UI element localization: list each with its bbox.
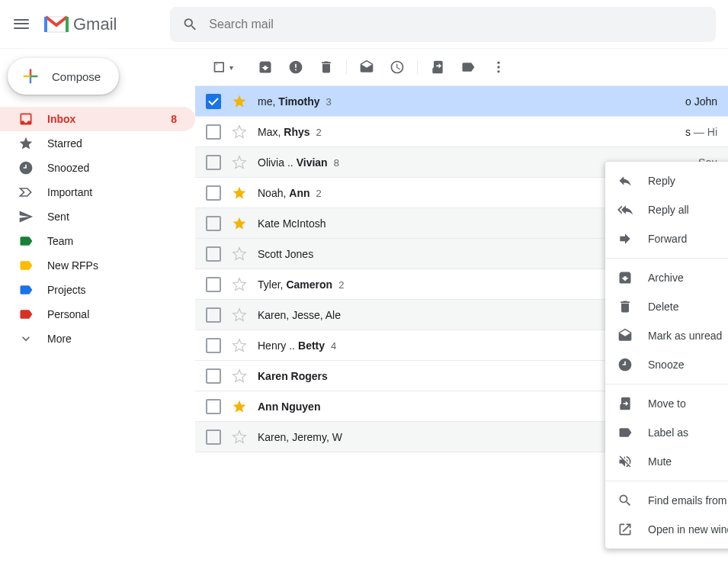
sender: Henry .. Betty4 bbox=[258, 339, 336, 352]
row-checkbox[interactable] bbox=[206, 338, 221, 353]
sidebar-label: Sent bbox=[47, 211, 69, 223]
reply-all-icon bbox=[617, 202, 633, 217]
star-icon[interactable] bbox=[232, 429, 247, 445]
star-icon[interactable] bbox=[232, 399, 247, 414]
more-icon bbox=[18, 331, 34, 346]
important-icon bbox=[18, 185, 34, 200]
row-checkbox[interactable] bbox=[206, 399, 221, 414]
menu-item-delete[interactable]: Delete bbox=[605, 292, 728, 321]
menu-item-archive[interactable]: Archive bbox=[605, 263, 728, 292]
mark-read-button[interactable] bbox=[351, 52, 382, 82]
mail-row[interactable]: me, Timothy3o John bbox=[195, 86, 728, 117]
snooze-icon bbox=[617, 357, 633, 372]
menu-separator bbox=[605, 384, 728, 384]
sender: Tyler, Cameron2 bbox=[258, 278, 344, 291]
menu-item-reply[interactable]: Reply bbox=[605, 166, 728, 195]
sidebar-count: 8 bbox=[171, 113, 186, 125]
clock-icon bbox=[18, 160, 34, 175]
gmail-logo[interactable]: Gmail bbox=[44, 14, 117, 34]
sidebar-item-starred[interactable]: Starred bbox=[0, 131, 195, 156]
row-checkbox[interactable] bbox=[206, 216, 221, 231]
row-checkbox[interactable] bbox=[206, 185, 221, 201]
star-icon[interactable] bbox=[232, 277, 247, 292]
row-checkbox[interactable] bbox=[206, 368, 221, 384]
plus-icon bbox=[20, 66, 41, 87]
star-icon[interactable] bbox=[232, 246, 247, 262]
archive-button[interactable] bbox=[250, 52, 281, 82]
sidebar-item-snoozed[interactable]: Snoozed bbox=[0, 156, 195, 180]
sender: Ann Nguyen bbox=[258, 401, 320, 413]
star-icon[interactable] bbox=[232, 185, 247, 201]
sidebar-item-team[interactable]: Team bbox=[0, 229, 195, 253]
menu-label: Label as bbox=[648, 426, 688, 439]
compose-button[interactable]: Compose bbox=[8, 58, 119, 95]
menu-label: Delete bbox=[648, 301, 678, 313]
compose-label: Compose bbox=[52, 70, 101, 83]
delete-button[interactable] bbox=[311, 52, 342, 82]
row-checkbox[interactable] bbox=[206, 307, 221, 323]
star-icon[interactable] bbox=[232, 94, 247, 109]
sidebar-item-projects[interactable]: Projects bbox=[0, 278, 195, 302]
menu-item-label-as[interactable]: Label as▶ bbox=[605, 418, 728, 447]
sidebar-item-more[interactable]: More bbox=[0, 327, 195, 351]
spam-button[interactable] bbox=[281, 52, 311, 82]
row-checkbox[interactable] bbox=[206, 155, 221, 170]
sidebar-label: Personal bbox=[47, 308, 89, 320]
star-icon[interactable] bbox=[232, 368, 247, 384]
more-button[interactable] bbox=[483, 52, 514, 82]
sidebar-label: New RFPs bbox=[47, 259, 98, 272]
move-to-button[interactable] bbox=[422, 52, 453, 82]
sidebar-item-important[interactable]: Important bbox=[0, 180, 195, 204]
sidebar-item-sent[interactable]: Sent bbox=[0, 204, 195, 229]
star-icon[interactable] bbox=[232, 155, 247, 170]
label-icon bbox=[18, 233, 34, 249]
label-button[interactable] bbox=[453, 52, 483, 82]
sender: Olivia .. Vivian8 bbox=[258, 156, 339, 169]
sender: Scott Jones bbox=[258, 248, 313, 260]
row-checkbox[interactable] bbox=[206, 94, 221, 109]
main-menu-icon[interactable] bbox=[12, 15, 30, 34]
menu-item-reply-all[interactable]: Reply all bbox=[605, 195, 728, 224]
action-toolbar: ▾ bbox=[195, 49, 728, 85]
svg-point-3 bbox=[497, 70, 499, 72]
search-input[interactable] bbox=[209, 18, 704, 31]
star-icon bbox=[18, 136, 34, 151]
sidebar-label: More bbox=[47, 333, 72, 345]
forward-icon bbox=[617, 231, 633, 246]
snooze-button[interactable] bbox=[382, 52, 412, 82]
delete-icon bbox=[617, 299, 633, 314]
menu-item-move-to[interactable]: Move to▶ bbox=[605, 389, 728, 418]
svg-point-1 bbox=[497, 62, 499, 64]
star-icon[interactable] bbox=[232, 216, 247, 231]
star-icon[interactable] bbox=[232, 338, 247, 353]
menu-separator bbox=[605, 258, 728, 259]
menu-item-mute[interactable]: Mute bbox=[605, 447, 728, 476]
star-icon[interactable] bbox=[232, 307, 247, 323]
menu-label: Move to bbox=[648, 397, 686, 410]
row-checkbox[interactable] bbox=[206, 246, 221, 262]
sidebar-item-personal[interactable]: Personal bbox=[0, 302, 195, 327]
inbox-icon bbox=[18, 111, 34, 127]
archive-icon bbox=[617, 270, 633, 285]
row-checkbox[interactable] bbox=[206, 429, 221, 445]
menu-item-snooze[interactable]: Snooze bbox=[605, 350, 728, 379]
menu-label: Find emails from Timothy Williamson bbox=[648, 494, 728, 507]
sidebar-item-inbox[interactable]: Inbox8 bbox=[0, 107, 195, 131]
menu-item-find-emails-from-timothy[interactable]: Find emails from Timothy Williamson bbox=[605, 486, 728, 515]
mail-row[interactable]: Max, Rhys2s — Hi bbox=[195, 117, 728, 147]
star-icon[interactable] bbox=[232, 124, 247, 140]
sidebar-label: Projects bbox=[47, 284, 86, 296]
menu-separator bbox=[605, 481, 728, 481]
menu-label: Reply bbox=[648, 175, 675, 187]
sidebar-item-new-rfps[interactable]: New RFPs bbox=[0, 253, 195, 278]
app-name: Gmail bbox=[73, 14, 117, 34]
search-bar[interactable] bbox=[170, 7, 716, 42]
menu-item-open-in-new-window[interactable]: Open in new window bbox=[605, 515, 728, 544]
menu-label: Open in new window bbox=[648, 523, 728, 536]
menu-item-forward[interactable]: Forward bbox=[605, 224, 728, 253]
row-checkbox[interactable] bbox=[206, 277, 221, 292]
row-checkbox[interactable] bbox=[206, 124, 221, 140]
menu-item-mark-as-unread[interactable]: Mark as unread bbox=[605, 321, 728, 350]
select-dropdown[interactable]: ▾ bbox=[207, 52, 238, 82]
mark-unread-icon bbox=[617, 328, 633, 343]
